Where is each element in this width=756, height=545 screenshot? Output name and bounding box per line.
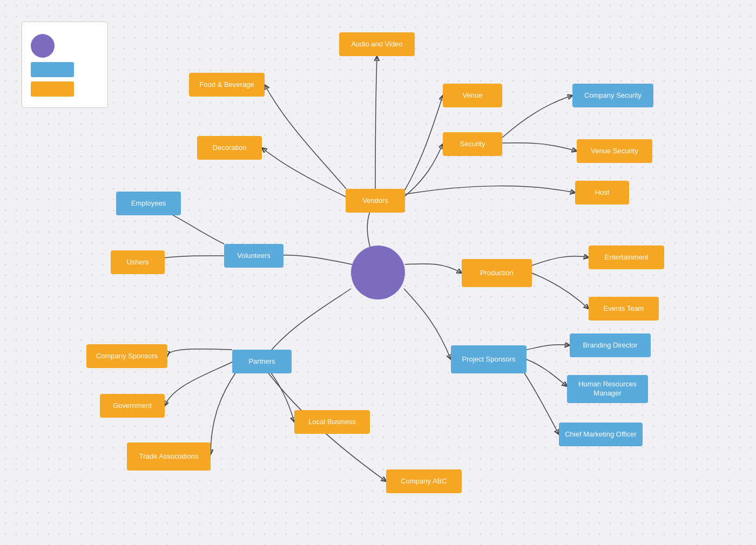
project_sponsors-node: Project Sponsors — [451, 345, 526, 373]
partners-node: Partners — [232, 350, 292, 373]
food_beverage-node: Food & Beverage — [189, 73, 265, 97]
decoration-node: Decoration — [197, 136, 262, 160]
legend — [22, 22, 108, 108]
legend-project-node — [31, 34, 99, 58]
company_abc-node: Company ABC — [386, 469, 462, 493]
vendors-node: Vendors — [346, 189, 405, 213]
legend-external — [31, 81, 99, 97]
local_business-node: Local Business — [294, 410, 370, 434]
company_security-node: Company Security — [572, 84, 653, 107]
hr_manager-node: Human Resources Manager — [567, 375, 648, 403]
host-node: Host — [575, 181, 629, 205]
production-node: Production — [462, 259, 532, 287]
audio_video-node: Audio and Video — [339, 32, 415, 56]
ushers-node: Ushers — [111, 250, 165, 274]
events_team-node: Events Team — [589, 297, 659, 321]
legend-internal — [31, 62, 99, 77]
branding_director-node: Branding Director — [570, 333, 651, 357]
legend-internal-rect — [31, 62, 74, 77]
trade_associations-node: Trade Associations — [127, 442, 211, 471]
entertainment-node: Entertainment — [589, 246, 664, 269]
legend-external-rect — [31, 81, 74, 97]
government-node: Government — [100, 394, 165, 418]
security-node: Security — [443, 132, 502, 156]
legend-circle-icon — [31, 34, 55, 58]
employees-node: Employees — [116, 192, 181, 215]
venue_security-node: Venue Security — [577, 139, 652, 163]
venue-node: Venue — [443, 84, 502, 107]
company_sponsors-node: Company Sponsors — [86, 344, 167, 368]
center-node — [351, 246, 405, 299]
cmo-node: Chief Marketing Officer — [559, 423, 643, 446]
volunteers-node: Volunteers — [224, 244, 284, 268]
